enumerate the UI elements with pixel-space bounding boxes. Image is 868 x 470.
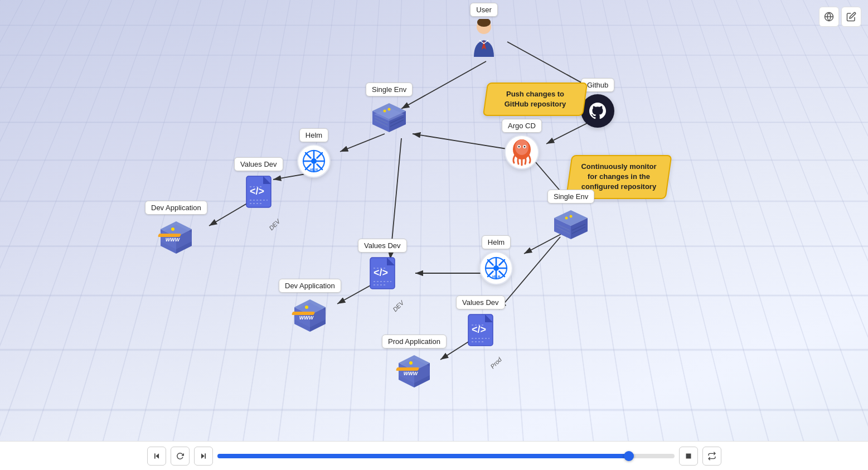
svg-point-107 <box>409 361 413 365</box>
playback-toolbar <box>0 441 868 470</box>
svg-point-21 <box>518 146 520 148</box>
argocd-node: Argo CD <box>502 119 542 169</box>
svg-rect-111 <box>154 453 155 458</box>
user-node: User <box>468 3 500 58</box>
single-env-right-icon <box>550 206 592 243</box>
svg-text:HELM: HELM <box>310 168 318 171</box>
svg-text:</>: </> <box>472 324 486 335</box>
dev-app-left-node: Dev Application WWW <box>145 201 207 255</box>
github-icon <box>581 94 614 128</box>
single-env-top-icon <box>368 99 410 135</box>
rewind-button[interactable] <box>147 447 166 466</box>
dev-app-mid-node: Dev Application WWW <box>279 279 341 333</box>
values-dev-right-label: Values Dev <box>456 295 505 309</box>
svg-point-36 <box>565 217 568 220</box>
values-dev-mid-icon: </> <box>366 255 399 294</box>
values-dev-mid-label: Values Dev <box>358 239 407 253</box>
globe-button[interactable] <box>819 7 839 27</box>
svg-point-28 <box>388 108 391 111</box>
dev-app-left-icon: WWW <box>156 217 196 255</box>
svg-text:</>: </> <box>250 186 264 197</box>
values-dev-top-label: Values Dev <box>234 157 283 171</box>
svg-line-1 <box>401 61 486 109</box>
dev-label-2: DEV <box>391 299 405 313</box>
single-env-right-label: Single Env <box>547 190 594 203</box>
loop-button[interactable] <box>702 447 721 466</box>
progress-bar-container[interactable] <box>217 454 675 458</box>
svg-text:WWW: WWW <box>403 371 419 376</box>
progress-bar-fill <box>217 454 629 458</box>
dev-app-left-label: Dev Application <box>145 201 207 215</box>
arrows-layer <box>0 0 868 470</box>
values-dev-top-icon: </> <box>242 173 275 212</box>
prod-label: Prod <box>489 356 503 370</box>
svg-point-18 <box>515 139 528 155</box>
helm-right-icon: HELM <box>479 251 513 285</box>
callout-push-node: Push changes to GitHub repository <box>485 83 585 116</box>
svg-marker-112 <box>201 453 204 458</box>
prod-app-label: Prod Application <box>382 335 447 348</box>
argocd-icon <box>505 135 539 169</box>
svg-point-37 <box>570 215 573 218</box>
callout-push: Push changes to GitHub repository <box>483 83 588 116</box>
helm-top-node: Helm HELM <box>297 128 331 178</box>
svg-point-55 <box>493 265 499 271</box>
values-dev-mid-node: Values Dev </> DEV <box>358 239 407 294</box>
single-env-top-label: Single Env <box>366 83 413 96</box>
forward-button[interactable] <box>194 447 213 466</box>
helm-right-node: Helm HELM <box>479 235 513 285</box>
main-canvas: User Github Argo CD <box>0 0 868 470</box>
svg-text:WWW: WWW <box>165 237 181 243</box>
values-dev-right-icon: </> <box>464 312 497 351</box>
refresh-button[interactable] <box>171 447 190 466</box>
svg-point-93 <box>171 227 174 231</box>
stop-button[interactable] <box>679 447 698 466</box>
helm-right-label: Helm <box>482 235 511 249</box>
svg-text:HELM: HELM <box>492 275 500 278</box>
dev-app-mid-label: Dev Application <box>279 279 341 293</box>
svg-text:WWW: WWW <box>299 315 314 321</box>
svg-text:</>: </> <box>374 267 388 278</box>
helm-top-icon: HELM <box>297 144 331 178</box>
user-icon <box>468 19 500 58</box>
svg-point-22 <box>523 146 525 148</box>
svg-line-6 <box>340 134 385 152</box>
progress-thumb[interactable] <box>624 451 634 461</box>
svg-rect-113 <box>205 453 206 458</box>
single-env-top-node: Single Env <box>366 83 413 135</box>
prod-app-node: Prod Application WWW <box>382 335 447 389</box>
argocd-label: Argo CD <box>502 119 542 133</box>
svg-rect-114 <box>686 453 691 458</box>
single-env-right-node: Single Env <box>547 190 594 243</box>
top-right-controls <box>819 7 861 27</box>
svg-point-100 <box>305 306 308 309</box>
values-dev-top-node: Values Dev </> DEV <box>234 157 283 212</box>
edit-button[interactable] <box>841 7 861 27</box>
dev-label-1: DEV <box>268 218 281 231</box>
user-label: User <box>470 3 497 17</box>
svg-point-27 <box>384 110 386 113</box>
helm-top-label: Helm <box>299 128 328 142</box>
svg-marker-110 <box>156 453 159 458</box>
svg-point-43 <box>311 158 317 164</box>
prod-app-icon: WWW <box>394 351 434 389</box>
dev-app-mid-icon: WWW <box>290 295 330 333</box>
values-dev-right-node: Values Dev </> Prod <box>456 295 505 351</box>
